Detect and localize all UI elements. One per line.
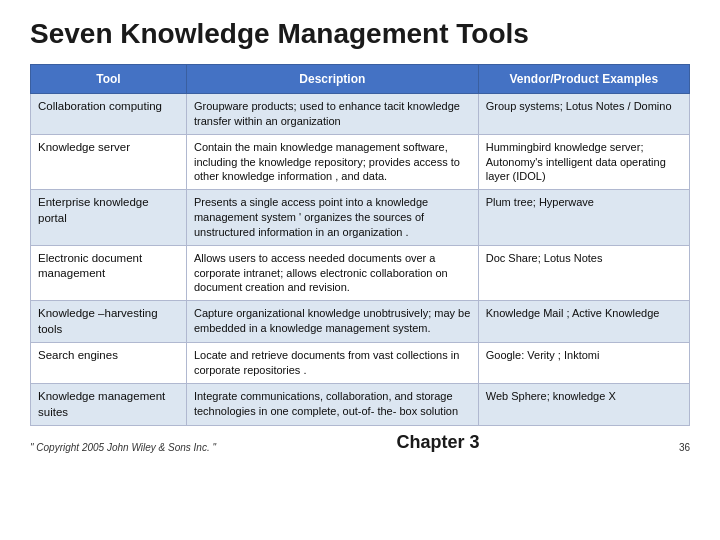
table-row: Search enginesLocate and retrieve docume… bbox=[31, 343, 690, 384]
cell-tool: Knowledge –harvesting tools bbox=[31, 301, 187, 343]
cell-vendor: Plum tree; Hyperwave bbox=[478, 190, 689, 246]
page-container: Seven Knowledge Management Tools Tool De… bbox=[0, 0, 720, 540]
cell-tool: Knowledge server bbox=[31, 134, 187, 190]
cell-description: Integrate communications, collaboration,… bbox=[186, 384, 478, 426]
copyright-text: " Copyright 2005 John Wiley & Sons Inc. … bbox=[30, 442, 216, 453]
col-header-tool: Tool bbox=[31, 65, 187, 94]
cell-tool: Electronic document management bbox=[31, 245, 187, 301]
cell-tool: Search engines bbox=[31, 343, 187, 384]
table-row: Knowledge management suitesIntegrate com… bbox=[31, 384, 690, 426]
table-row: Electronic document managementAllows use… bbox=[31, 245, 690, 301]
cell-description: Groupware products; used to enhance taci… bbox=[186, 94, 478, 135]
cell-vendor: Group systems; Lotus Notes / Domino bbox=[478, 94, 689, 135]
knowledge-tools-table: Tool Description Vendor/Product Examples… bbox=[30, 64, 690, 426]
cell-description: Presents a single access point into a kn… bbox=[186, 190, 478, 246]
cell-tool: Collaboration computing bbox=[31, 94, 187, 135]
chapter-label: Chapter 3 bbox=[216, 432, 660, 453]
col-header-description: Description bbox=[186, 65, 478, 94]
cell-tool: Enterprise knowledge portal bbox=[31, 190, 187, 246]
cell-vendor: Google: Verity ; Inktomi bbox=[478, 343, 689, 384]
cell-vendor: Web Sphere; knowledge X bbox=[478, 384, 689, 426]
cell-description: Locate and retrieve documents from vast … bbox=[186, 343, 478, 384]
footer: " Copyright 2005 John Wiley & Sons Inc. … bbox=[30, 432, 690, 453]
cell-description: Capture organizational knowledge unobtru… bbox=[186, 301, 478, 343]
cell-vendor: Knowledge Mail ; Active Knowledge bbox=[478, 301, 689, 343]
table-row: Knowledge serverContain the main knowled… bbox=[31, 134, 690, 190]
page-title: Seven Knowledge Management Tools bbox=[30, 18, 690, 50]
cell-description: Allows users to access needed documents … bbox=[186, 245, 478, 301]
table-row: Knowledge –harvesting toolsCapture organ… bbox=[31, 301, 690, 343]
page-number: 36 bbox=[660, 442, 690, 453]
cell-description: Contain the main knowledge management so… bbox=[186, 134, 478, 190]
cell-vendor: Doc Share; Lotus Notes bbox=[478, 245, 689, 301]
table-row: Enterprise knowledge portalPresents a si… bbox=[31, 190, 690, 246]
cell-tool: Knowledge management suites bbox=[31, 384, 187, 426]
cell-vendor: Hummingbird knowledge server; Autonomy's… bbox=[478, 134, 689, 190]
table-row: Collaboration computingGroupware product… bbox=[31, 94, 690, 135]
col-header-vendor: Vendor/Product Examples bbox=[478, 65, 689, 94]
